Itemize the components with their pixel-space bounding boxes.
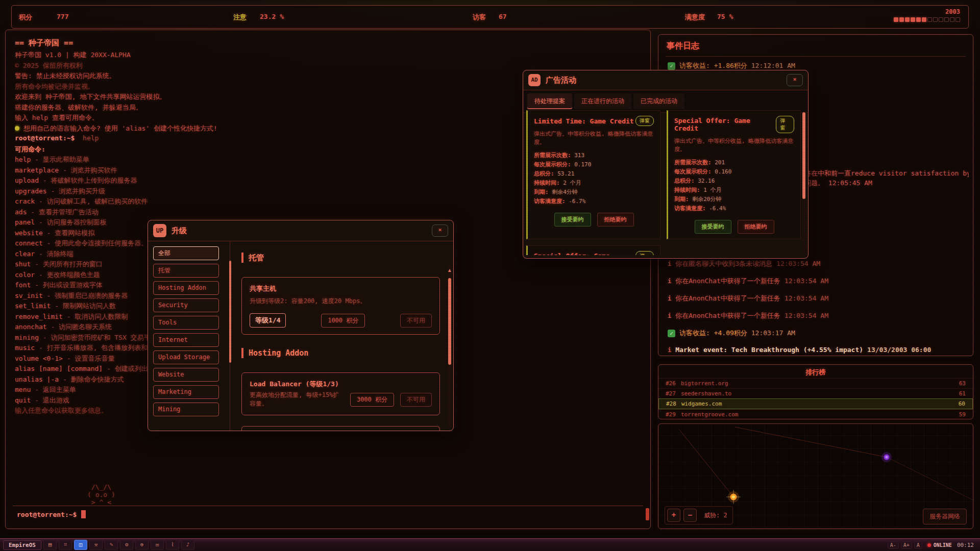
- clock: 00:12: [957, 542, 974, 548]
- terminal-input-bar[interactable]: root@torrent:~$: [13, 506, 643, 522]
- site-score: 59: [959, 411, 966, 418]
- stat-label: 持续时间:: [674, 187, 700, 193]
- upgrade-dialog-header[interactable]: UP 升级 ×: [148, 220, 453, 241]
- zoom-out-button[interactable]: −: [683, 509, 697, 522]
- command-sep: -: [43, 292, 55, 299]
- command-name: alias [name] [command]: [15, 365, 103, 372]
- mail-icon[interactable]: ✉: [151, 540, 164, 550]
- ad-tabs: 待处理提案正在进行的活动已完成的活动: [523, 90, 808, 113]
- command-desc: 设置音乐音量: [75, 355, 114, 362]
- ad-stat-row: 总积分: 53.21: [534, 170, 654, 179]
- stat-label: 满意度: [685, 13, 705, 22]
- scroll-thumb[interactable]: [802, 112, 805, 199]
- year-square: [911, 17, 915, 22]
- files-icon[interactable]: ⌗: [59, 540, 72, 550]
- zoom-in-button[interactable]: +: [667, 509, 680, 522]
- command-desc: 返回主菜单: [43, 386, 76, 393]
- scroll-thumb[interactable]: [448, 278, 451, 365]
- close-icon[interactable]: ×: [432, 224, 448, 237]
- wrench-icon[interactable]: ⚒: [89, 540, 103, 550]
- reject-offer-button[interactable]: 拒绝要约: [738, 220, 774, 234]
- stat-value: 201: [712, 159, 725, 166]
- upgrade-scrollbar[interactable]: [448, 265, 452, 428]
- command-sep: -: [63, 313, 75, 320]
- upgrade-category-mining[interactable]: Mining: [153, 403, 219, 416]
- command-sep: -: [31, 260, 42, 268]
- active-app-icon[interactable]: ◫: [74, 540, 87, 550]
- ad-tab-item[interactable]: 正在进行的活动: [574, 93, 631, 109]
- upgrade-category-hosting-addon[interactable]: Hosting Addon: [153, 281, 219, 295]
- upgrade-category-security[interactable]: Security: [153, 298, 219, 312]
- editor-icon[interactable]: ✎: [105, 540, 118, 550]
- command-desc: 使用此命令连接到任何服务器。: [55, 239, 148, 247]
- ad-stat-row: 每次展示积分: 0.170: [534, 161, 654, 170]
- event-entry: i你在AnonChat中获得了一个新任务12:03:54 AM: [668, 294, 965, 303]
- screen-icon[interactable]: ▤: [43, 540, 57, 550]
- ad-card-header: Limited Time: Game Credit弹窗: [534, 116, 654, 126]
- font-button-a[interactable]: A: [914, 541, 922, 549]
- taskbar-icons: ▤⌗◫⚒✎⚙⊕✉⌇♪: [43, 540, 194, 550]
- ad-scrollbar[interactable]: [802, 111, 806, 254]
- upgrade-category-sidebar: 全部托管Hosting AddonSecurityToolsInternetUp…: [148, 241, 230, 431]
- command-desc: 将破解软件上传到你的服务器: [51, 177, 137, 184]
- gear-icon[interactable]: ⚙: [120, 540, 133, 550]
- stat-value: 53.21: [554, 170, 575, 177]
- reject-offer-button[interactable]: 拒绝要约: [597, 213, 634, 227]
- accept-offer-button[interactable]: 接受要约: [554, 213, 591, 227]
- crack-icon[interactable]: ⌇: [166, 540, 179, 550]
- command-name: mining: [15, 334, 39, 341]
- font-button-aplus[interactable]: A+: [901, 541, 912, 549]
- upgrade-category-website[interactable]: Website: [153, 368, 219, 382]
- os-menu-button[interactable]: EmpireOS: [3, 540, 41, 550]
- upgrade-category-marketing[interactable]: Marketing: [153, 385, 219, 399]
- music-icon[interactable]: ♪: [181, 540, 194, 550]
- event-text: 你在AnonChat中获得了一个新任务: [675, 294, 780, 303]
- command-desc: 更改终端颜色主题: [47, 271, 100, 279]
- command-desc: 浏览并购买升级: [59, 187, 105, 195]
- event-entry: i你在AnonChat中获得了一个新任务12:03:54 AM: [668, 277, 965, 286]
- buy-button-disabled[interactable]: 不可用: [400, 314, 432, 328]
- upgrade-content: 托管共享主机升级到等级2: 容量200, 速度20 Mbps。等级1/41000…: [230, 241, 453, 431]
- ad-tab-item[interactable]: 已完成的活动: [633, 93, 684, 109]
- command-name: sv_init: [15, 292, 43, 299]
- upgrade-category-upload-storage[interactable]: Upload Storage: [153, 350, 219, 364]
- accept-offer-button[interactable]: 接受要约: [695, 220, 731, 234]
- ad-tab-active[interactable]: 待处理提案: [527, 93, 572, 109]
- threat-value: 2: [723, 512, 727, 519]
- command-name: volume <0-1>: [15, 355, 63, 362]
- rankings-list: #26bigtorrent.org63#27seedershaven.to61#…: [658, 378, 973, 419]
- command-desc: 强制重启已崩溃的服务器: [55, 292, 128, 299]
- command-sep: -: [35, 250, 46, 258]
- event-time: 12:03:17 AM: [751, 329, 795, 337]
- year-square: [905, 17, 910, 22]
- upgrade-category-internet[interactable]: Internet: [153, 333, 219, 347]
- stat-value: 23.2 %: [260, 13, 284, 20]
- upgrade-category-全部[interactable]: 全部: [153, 246, 219, 260]
- year-square: [933, 17, 938, 22]
- server-network-button[interactable]: 服务器网络: [923, 509, 967, 524]
- font-button-aminus[interactable]: A-: [888, 541, 899, 549]
- ad-cards-viewport: Limited Time: Game Credit弹窗弹出式广告。中等积分收益,…: [526, 110, 801, 255]
- scroll-up-arrow[interactable]: [448, 269, 451, 272]
- upgrade-category-tools[interactable]: Tools: [153, 316, 219, 330]
- upgrade-card: Load Balancer (等级1/3)更高效地分配流量, 每级+15%扩容量…: [241, 372, 440, 415]
- online-status: ONLINE: [927, 542, 952, 548]
- buy-button-disabled[interactable]: 不可用: [400, 393, 432, 407]
- year-square: [927, 17, 932, 22]
- rank-number: #29: [666, 411, 676, 418]
- upgrade-category-托管[interactable]: 托管: [153, 264, 219, 278]
- terminal-scroll-indicator[interactable]: [646, 508, 649, 520]
- server-network-map[interactable]: + − 威胁: 2 服务器网络: [658, 423, 973, 529]
- close-icon[interactable]: ×: [787, 74, 803, 86]
- command-name: remove_limit: [15, 313, 63, 320]
- command-desc: 显示此帮助菜单: [43, 156, 89, 163]
- taskbar: EmpireOS ▤⌗◫⚒✎⚙⊕✉⌇♪ A-A+A ONLINE 00:12: [0, 538, 980, 551]
- command-sep: -: [43, 239, 55, 247]
- ad-stat-row: 到期: 剩余4分钟: [534, 188, 654, 197]
- event-text: Market event: Tech Breakthrough (+4.55% …: [675, 346, 863, 354]
- command-name: color: [15, 271, 35, 279]
- ad-dialog-header[interactable]: AD 广告活动 ×: [523, 70, 808, 90]
- stat-label: 总积分:: [674, 178, 695, 184]
- globe-icon[interactable]: ⊕: [135, 540, 149, 550]
- command-sep: -: [35, 344, 46, 352]
